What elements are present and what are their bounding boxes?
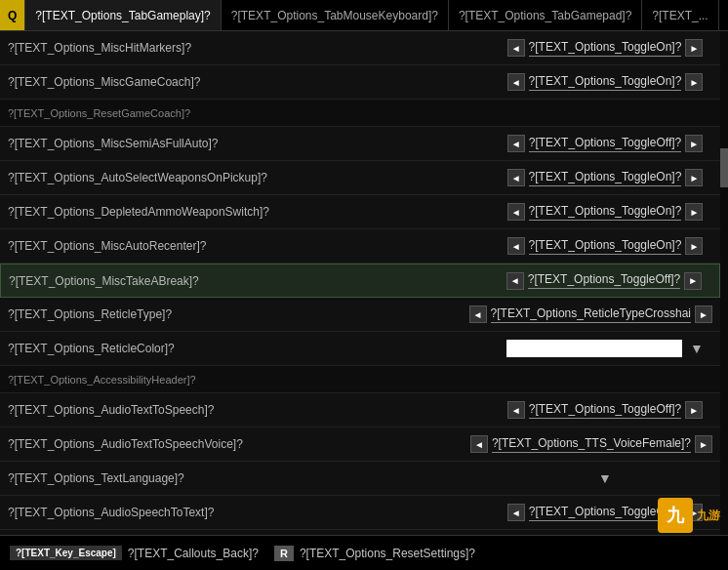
watermark-text: 九游 — [697, 508, 720, 524]
toggle-value-audio-tts-voice: ?[TEXT_Options_TTS_VoiceFemale]? — [492, 436, 691, 453]
arrow-left-audio-tts-voice[interactable]: ◄ — [470, 435, 488, 453]
toggle-value-reticle-type: ?[TEXT_Options_ReticleTypeCrosshai — [491, 306, 691, 323]
tabs-bar: Q ?[TEXT_Options_TabGameplay]? ?[TEXT_Op… — [0, 0, 728, 31]
tab-mouse-keyboard-label: ?[TEXT_Options_TabMouseKeyboard]? — [231, 9, 438, 22]
r-key-badge: R — [274, 546, 294, 561]
option-label-depleted-ammo-switch: ?[TEXT_Options_DepletedAmmoWeaponSwitch]… — [8, 205, 498, 219]
arrow-left-misc-semi-full-auto[interactable]: ◄ — [507, 135, 525, 152]
arrow-left-reticle-type[interactable]: ◄ — [469, 305, 487, 323]
toggle-value-misc-hit-markers: ?[TEXT_Options_ToggleOn]? — [529, 40, 682, 57]
toggle-value-auto-select-weapons: ?[TEXT_Options_ToggleOn]? — [529, 170, 682, 186]
arrow-right-misc-hit-markers[interactable]: ► — [685, 39, 703, 57]
tab-extra[interactable]: ?[TEXT_... — [642, 0, 718, 30]
option-control-misc-auto-recenter: ◄?[TEXT_Options_ToggleOn]?► — [498, 237, 712, 255]
dropdown-arrow-text-language[interactable]: ▼ — [598, 470, 612, 486]
arrow-right-auto-select-weapons[interactable]: ► — [685, 169, 703, 186]
option-label-audio-tts: ?[TEXT_Options_AudioTextToSpeech]? — [8, 403, 498, 417]
toggle-value-misc-take-break: ?[TEXT_Options_ToggleOff]? — [528, 272, 681, 289]
scrollbar-track[interactable] — [720, 31, 728, 535]
arrow-left-audio-tts[interactable]: ◄ — [507, 401, 525, 419]
toggle-value-depleted-ammo-switch: ?[TEXT_Options_ToggleOn]? — [529, 204, 682, 221]
option-row-misc-semi-full-auto[interactable]: ?[TEXT_Options_MiscSemiAsFullAuto]?◄?[TE… — [0, 127, 720, 161]
option-control-auto-select-weapons: ◄?[TEXT_Options_ToggleOn]?► — [498, 169, 712, 186]
option-row-accessibility-header: ?[TEXT_Options_AccessibilityHeader]? — [0, 366, 720, 393]
arrow-left-depleted-ammo-switch[interactable]: ◄ — [507, 203, 525, 221]
tab-key-q: Q — [0, 0, 25, 30]
option-label-accessibility-header: ?[TEXT_Options_AccessibilityHeader]? — [8, 374, 712, 386]
option-label-audio-tts-voice: ?[TEXT_Options_AudioTextToSpeechVoice]? — [8, 437, 470, 451]
option-row-reticle-color[interactable]: ?[TEXT_Options_ReticleColor]?▼ — [0, 332, 720, 366]
option-control-audio-tts-voice: ◄?[TEXT_Options_TTS_VoiceFemale]?► — [470, 435, 712, 453]
arrow-left-misc-auto-recenter[interactable]: ◄ — [507, 237, 525, 255]
arrow-left-auto-select-weapons[interactable]: ◄ — [507, 169, 525, 186]
tab-gameplay-label: ?[TEXT_Options_TabGameplay]? — [35, 9, 210, 22]
option-row-audio-tts[interactable]: ?[TEXT_Options_AudioTextToSpeech]?◄?[TEX… — [0, 393, 720, 428]
option-control-misc-take-break: ◄?[TEXT_Options_ToggleOff]?► — [497, 272, 711, 290]
color-dropdown-arrow-reticle-color[interactable]: ▼ — [690, 341, 704, 356]
watermark: 九 九游 — [658, 498, 720, 533]
options-scroll[interactable]: ?[TEXT_Options_MiscHitMarkers]?◄?[TEXT_O… — [0, 31, 720, 535]
q-key-label: Q — [8, 9, 17, 22]
option-label-misc-game-coach: ?[TEXT_Options_MiscGameCoach]? — [8, 75, 498, 89]
escape-key-badge: ?[TEXT_Key_Escape] — [10, 546, 122, 560]
option-label-text-language: ?[TEXT_Options_TextLanguage]? — [8, 471, 498, 485]
option-label-reticle-type: ?[TEXT_Options_ReticleType]? — [8, 307, 469, 321]
toggle-value-audio-tts: ?[TEXT_Options_ToggleOff]? — [529, 402, 682, 419]
watermark-icon: 九 — [658, 498, 693, 533]
option-label-misc-hit-markers: ?[TEXT_Options_MiscHitMarkers]? — [8, 41, 498, 55]
option-label-misc-take-break: ?[TEXT_Options_MiscTakeABreak]? — [9, 274, 497, 288]
back-label: ?[TEXT_Callouts_Back]? — [128, 547, 259, 560]
tab-gamepad[interactable]: ?[TEXT_Options_TabGamepad]? — [449, 0, 642, 30]
option-row-reset-game-coach: ?[TEXT_Options_ResetGameCoach]? — [0, 100, 720, 127]
tab-mouse-keyboard[interactable]: ?[TEXT_Options_TabMouseKeyboard]? — [222, 0, 449, 30]
option-row-misc-hit-markers[interactable]: ?[TEXT_Options_MiscHitMarkers]?◄?[TEXT_O… — [0, 31, 720, 65]
toggle-value-misc-semi-full-auto: ?[TEXT_Options_ToggleOff]? — [529, 136, 682, 152]
option-control-depleted-ammo-switch: ◄?[TEXT_Options_ToggleOn]?► — [498, 203, 712, 221]
arrow-right-depleted-ammo-switch[interactable]: ► — [685, 203, 703, 221]
option-row-misc-take-break[interactable]: ?[TEXT_Options_MiscTakeABreak]?◄?[TEXT_O… — [0, 264, 720, 298]
arrow-left-misc-game-coach[interactable]: ◄ — [507, 73, 525, 91]
option-label-audio-speech-to-text: ?[TEXT_Options_AudioSpeechToText]? — [8, 506, 498, 519]
back-button[interactable]: ?[TEXT_Key_Escape] ?[TEXT_Callouts_Back]… — [10, 546, 259, 560]
option-label-reticle-color: ?[TEXT_Options_ReticleColor]? — [8, 342, 498, 355]
arrow-right-misc-game-coach[interactable]: ► — [685, 73, 703, 91]
arrow-right-audio-tts[interactable]: ► — [685, 401, 703, 419]
arrow-right-reticle-type[interactable]: ► — [695, 305, 712, 323]
bottom-bar: ?[TEXT_Key_Escape] ?[TEXT_Callouts_Back]… — [0, 535, 728, 570]
option-label-reset-game-coach: ?[TEXT_Options_ResetGameCoach]? — [8, 107, 712, 119]
toggle-value-misc-auto-recenter: ?[TEXT_Options_ToggleOn]? — [529, 238, 682, 255]
option-row-text-language[interactable]: ?[TEXT_Options_TextLanguage]?▼ — [0, 462, 720, 496]
option-label-misc-semi-full-auto: ?[TEXT_Options_MiscSemiAsFullAuto]? — [8, 137, 498, 150]
option-row-depleted-ammo-switch[interactable]: ?[TEXT_Options_DepletedAmmoWeaponSwitch]… — [0, 195, 720, 229]
scrollbar-thumb[interactable] — [720, 148, 728, 187]
option-row-audio-speech-to-text[interactable]: ?[TEXT_Options_AudioSpeechToText]?◄?[TEX… — [0, 496, 720, 530]
option-control-reticle-type: ◄?[TEXT_Options_ReticleTypeCrosshai► — [469, 305, 712, 323]
option-row-misc-auto-recenter[interactable]: ?[TEXT_Options_MiscAutoRecenter]?◄?[TEXT… — [0, 229, 720, 264]
arrow-left-misc-hit-markers[interactable]: ◄ — [507, 39, 525, 57]
arrow-left-audio-speech-to-text[interactable]: ◄ — [507, 504, 525, 521]
arrow-right-misc-take-break[interactable]: ► — [684, 272, 702, 290]
option-control-reticle-color[interactable]: ▼ — [498, 340, 712, 357]
color-bar-reticle-color — [506, 340, 682, 357]
option-control-text-language[interactable]: ▼ — [498, 470, 712, 486]
main-content: ?[TEXT_Options_MiscHitMarkers]?◄?[TEXT_O… — [0, 31, 728, 535]
option-row-audio-tts-voice[interactable]: ?[TEXT_Options_AudioTextToSpeechVoice]?◄… — [0, 428, 720, 462]
option-row-misc-game-coach[interactable]: ?[TEXT_Options_MiscGameCoach]?◄?[TEXT_Op… — [0, 65, 720, 100]
arrow-right-misc-auto-recenter[interactable]: ► — [685, 237, 703, 255]
reset-label: ?[TEXT_Options_ResetSettings]? — [300, 547, 475, 560]
reset-button[interactable]: R ?[TEXT_Options_ResetSettings]? — [274, 546, 475, 561]
option-label-auto-select-weapons: ?[TEXT_Options_AutoSelectWeaponsOnPickup… — [8, 171, 498, 184]
arrow-right-misc-semi-full-auto[interactable]: ► — [685, 135, 703, 152]
arrow-right-audio-tts-voice[interactable]: ► — [695, 435, 712, 453]
option-label-misc-auto-recenter: ?[TEXT_Options_MiscAutoRecenter]? — [8, 239, 498, 253]
arrow-left-misc-take-break[interactable]: ◄ — [506, 272, 524, 290]
option-control-misc-semi-full-auto: ◄?[TEXT_Options_ToggleOff]?► — [498, 135, 712, 152]
option-row-reticle-type[interactable]: ?[TEXT_Options_ReticleType]?◄?[TEXT_Opti… — [0, 298, 720, 332]
tab-extra-label: ?[TEXT_... — [652, 9, 708, 22]
tab-gameplay[interactable]: ?[TEXT_Options_TabGameplay]? — [25, 0, 221, 30]
tab-gamepad-label: ?[TEXT_Options_TabGamepad]? — [459, 9, 631, 22]
toggle-value-misc-game-coach: ?[TEXT_Options_ToggleOn]? — [529, 74, 682, 91]
option-row-auto-select-weapons[interactable]: ?[TEXT_Options_AutoSelectWeaponsOnPickup… — [0, 161, 720, 195]
option-control-misc-hit-markers: ◄?[TEXT_Options_ToggleOn]?► — [498, 39, 712, 57]
option-control-misc-game-coach: ◄?[TEXT_Options_ToggleOn]?► — [498, 73, 712, 91]
